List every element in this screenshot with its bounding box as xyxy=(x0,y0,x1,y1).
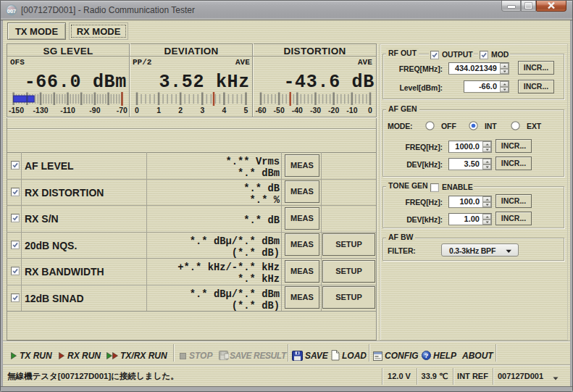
svg-text:007: 007 xyxy=(7,8,17,14)
svg-text:?: ? xyxy=(424,351,429,359)
